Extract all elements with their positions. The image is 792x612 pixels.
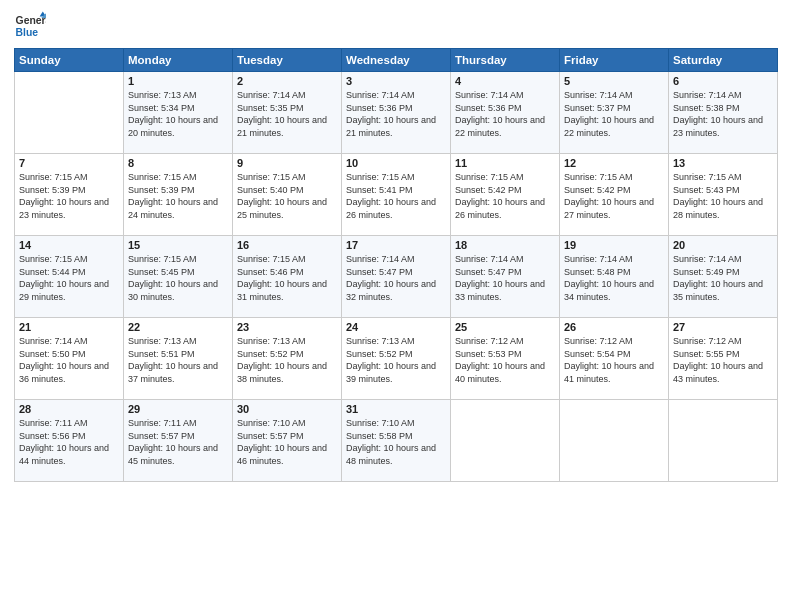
day-info: Sunrise: 7:14 AM Sunset: 5:47 PM Dayligh… [346,253,446,303]
weekday-header: Saturday [669,49,778,72]
sunset-label: Sunset: 5:55 PM [673,349,740,359]
sunrise-label: Sunrise: 7:14 AM [455,90,524,100]
sunset-label: Sunset: 5:52 PM [346,349,413,359]
sunset-label: Sunset: 5:58 PM [346,431,413,441]
sunrise-label: Sunrise: 7:14 AM [673,254,742,264]
day-info: Sunrise: 7:13 AM Sunset: 5:52 PM Dayligh… [346,335,446,385]
sunrise-label: Sunrise: 7:15 AM [564,172,633,182]
calendar-cell: 9 Sunrise: 7:15 AM Sunset: 5:40 PM Dayli… [233,154,342,236]
day-number: 11 [455,157,555,169]
header: General Blue [14,10,778,42]
sunrise-label: Sunrise: 7:15 AM [455,172,524,182]
sunset-label: Sunset: 5:56 PM [19,431,86,441]
sunrise-label: Sunrise: 7:11 AM [19,418,88,428]
page: General Blue SundayMondayTuesdayWednesda… [0,0,792,612]
day-number: 16 [237,239,337,251]
sunset-label: Sunset: 5:36 PM [346,103,413,113]
calendar-cell: 31 Sunrise: 7:10 AM Sunset: 5:58 PM Dayl… [342,400,451,482]
day-info: Sunrise: 7:11 AM Sunset: 5:57 PM Dayligh… [128,417,228,467]
calendar-cell: 19 Sunrise: 7:14 AM Sunset: 5:48 PM Dayl… [560,236,669,318]
day-number: 30 [237,403,337,415]
day-number: 21 [19,321,119,333]
day-number: 17 [346,239,446,251]
sunrise-label: Sunrise: 7:14 AM [455,254,524,264]
weekday-header: Thursday [451,49,560,72]
daylight-label: Daylight: 10 hours and 29 minutes. [19,279,109,302]
calendar-cell: 20 Sunrise: 7:14 AM Sunset: 5:49 PM Dayl… [669,236,778,318]
calendar-cell: 23 Sunrise: 7:13 AM Sunset: 5:52 PM Dayl… [233,318,342,400]
calendar-header-row: SundayMondayTuesdayWednesdayThursdayFrid… [15,49,778,72]
sunrise-label: Sunrise: 7:12 AM [673,336,742,346]
daylight-label: Daylight: 10 hours and 31 minutes. [237,279,327,302]
day-info: Sunrise: 7:15 AM Sunset: 5:42 PM Dayligh… [455,171,555,221]
day-info: Sunrise: 7:15 AM Sunset: 5:40 PM Dayligh… [237,171,337,221]
calendar-cell: 25 Sunrise: 7:12 AM Sunset: 5:53 PM Dayl… [451,318,560,400]
calendar-cell: 5 Sunrise: 7:14 AM Sunset: 5:37 PM Dayli… [560,72,669,154]
daylight-label: Daylight: 10 hours and 40 minutes. [455,361,545,384]
sunrise-label: Sunrise: 7:15 AM [19,172,88,182]
daylight-label: Daylight: 10 hours and 23 minutes. [673,115,763,138]
day-info: Sunrise: 7:15 AM Sunset: 5:43 PM Dayligh… [673,171,773,221]
day-number: 25 [455,321,555,333]
day-info: Sunrise: 7:13 AM Sunset: 5:52 PM Dayligh… [237,335,337,385]
daylight-label: Daylight: 10 hours and 26 minutes. [346,197,436,220]
sunrise-label: Sunrise: 7:13 AM [128,90,197,100]
calendar-cell: 14 Sunrise: 7:15 AM Sunset: 5:44 PM Dayl… [15,236,124,318]
weekday-header: Monday [124,49,233,72]
calendar-cell: 8 Sunrise: 7:15 AM Sunset: 5:39 PM Dayli… [124,154,233,236]
sunset-label: Sunset: 5:36 PM [455,103,522,113]
day-info: Sunrise: 7:14 AM Sunset: 5:36 PM Dayligh… [455,89,555,139]
sunset-label: Sunset: 5:52 PM [237,349,304,359]
daylight-label: Daylight: 10 hours and 48 minutes. [346,443,436,466]
sunrise-label: Sunrise: 7:15 AM [19,254,88,264]
sunrise-label: Sunrise: 7:13 AM [128,336,197,346]
calendar-cell: 18 Sunrise: 7:14 AM Sunset: 5:47 PM Dayl… [451,236,560,318]
calendar-cell [15,72,124,154]
sunrise-label: Sunrise: 7:12 AM [455,336,524,346]
day-number: 15 [128,239,228,251]
sunrise-label: Sunrise: 7:15 AM [128,172,197,182]
sunrise-label: Sunrise: 7:15 AM [128,254,197,264]
day-number: 7 [19,157,119,169]
day-info: Sunrise: 7:15 AM Sunset: 5:45 PM Dayligh… [128,253,228,303]
sunset-label: Sunset: 5:39 PM [19,185,86,195]
day-info: Sunrise: 7:13 AM Sunset: 5:34 PM Dayligh… [128,89,228,139]
day-number: 6 [673,75,773,87]
svg-text:General: General [16,15,46,26]
sunrise-label: Sunrise: 7:11 AM [128,418,197,428]
calendar-cell: 29 Sunrise: 7:11 AM Sunset: 5:57 PM Dayl… [124,400,233,482]
sunrise-label: Sunrise: 7:14 AM [346,90,415,100]
day-info: Sunrise: 7:14 AM Sunset: 5:37 PM Dayligh… [564,89,664,139]
sunrise-label: Sunrise: 7:14 AM [19,336,88,346]
calendar-cell [560,400,669,482]
daylight-label: Daylight: 10 hours and 34 minutes. [564,279,654,302]
calendar-week-row: 28 Sunrise: 7:11 AM Sunset: 5:56 PM Dayl… [15,400,778,482]
sunset-label: Sunset: 5:45 PM [128,267,195,277]
sunset-label: Sunset: 5:47 PM [455,267,522,277]
calendar-cell: 26 Sunrise: 7:12 AM Sunset: 5:54 PM Dayl… [560,318,669,400]
sunset-label: Sunset: 5:34 PM [128,103,195,113]
weekday-header: Tuesday [233,49,342,72]
sunrise-label: Sunrise: 7:13 AM [237,336,306,346]
day-info: Sunrise: 7:15 AM Sunset: 5:46 PM Dayligh… [237,253,337,303]
calendar-cell: 17 Sunrise: 7:14 AM Sunset: 5:47 PM Dayl… [342,236,451,318]
daylight-label: Daylight: 10 hours and 22 minutes. [455,115,545,138]
day-number: 28 [19,403,119,415]
day-info: Sunrise: 7:15 AM Sunset: 5:42 PM Dayligh… [564,171,664,221]
calendar-cell: 30 Sunrise: 7:10 AM Sunset: 5:57 PM Dayl… [233,400,342,482]
day-number: 20 [673,239,773,251]
day-info: Sunrise: 7:14 AM Sunset: 5:38 PM Dayligh… [673,89,773,139]
calendar-cell: 28 Sunrise: 7:11 AM Sunset: 5:56 PM Dayl… [15,400,124,482]
sunset-label: Sunset: 5:48 PM [564,267,631,277]
daylight-label: Daylight: 10 hours and 38 minutes. [237,361,327,384]
day-info: Sunrise: 7:13 AM Sunset: 5:51 PM Dayligh… [128,335,228,385]
sunrise-label: Sunrise: 7:15 AM [237,172,306,182]
sunset-label: Sunset: 5:35 PM [237,103,304,113]
sunset-label: Sunset: 5:54 PM [564,349,631,359]
sunrise-label: Sunrise: 7:14 AM [673,90,742,100]
svg-text:Blue: Blue [16,27,39,38]
sunset-label: Sunset: 5:40 PM [237,185,304,195]
sunrise-label: Sunrise: 7:14 AM [564,90,633,100]
day-number: 23 [237,321,337,333]
calendar-cell: 13 Sunrise: 7:15 AM Sunset: 5:43 PM Dayl… [669,154,778,236]
